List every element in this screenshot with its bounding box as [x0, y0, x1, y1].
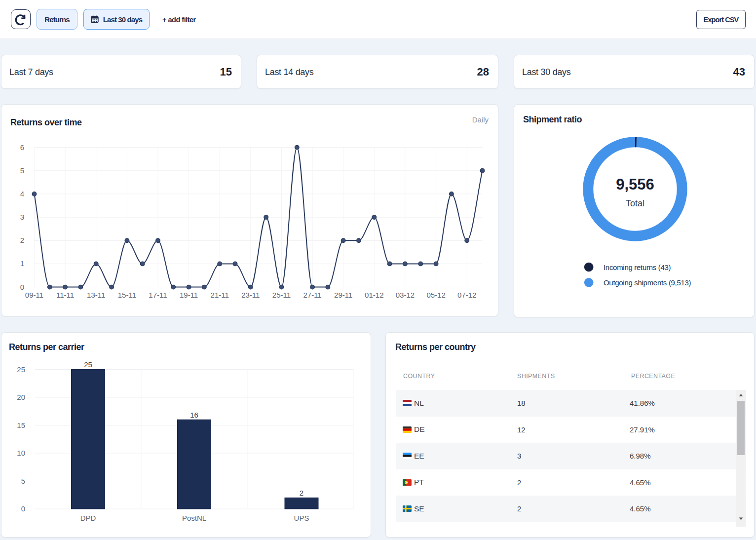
svg-text:25: 25 — [84, 360, 92, 369]
svg-text:03-12: 03-12 — [396, 291, 415, 299]
svg-text:2: 2 — [300, 489, 303, 497]
svg-text:25-11: 25-11 — [272, 291, 291, 299]
svg-text:6: 6 — [20, 143, 24, 152]
svg-text:27-11: 27-11 — [303, 291, 321, 299]
svg-text:11-11: 11-11 — [56, 291, 74, 299]
svg-text:07-12: 07-12 — [457, 291, 476, 299]
svg-text:5: 5 — [21, 477, 25, 485]
svg-text:PostNL: PostNL — [182, 514, 206, 522]
svg-text:17-11: 17-11 — [149, 291, 167, 299]
svg-text:21-11: 21-11 — [211, 291, 229, 299]
svg-text:DPD: DPD — [80, 514, 96, 522]
svg-text:23-11: 23-11 — [241, 291, 260, 299]
svg-text:10: 10 — [17, 449, 25, 457]
svg-text:5: 5 — [20, 166, 24, 175]
svg-text:2: 2 — [20, 236, 24, 244]
svg-text:1: 1 — [20, 259, 24, 268]
svg-text:15-11: 15-11 — [118, 291, 136, 299]
svg-text:20: 20 — [17, 393, 25, 401]
svg-text:3: 3 — [20, 213, 24, 221]
svg-text:0: 0 — [20, 283, 24, 291]
svg-text:13-11: 13-11 — [87, 291, 105, 299]
svg-text:UPS: UPS — [294, 514, 309, 522]
svg-text:09-11: 09-11 — [25, 291, 43, 299]
svg-text:15: 15 — [17, 421, 25, 429]
svg-text:16: 16 — [190, 411, 198, 419]
svg-text:01-12: 01-12 — [365, 291, 383, 299]
svg-text:4: 4 — [20, 190, 24, 198]
svg-text:29-11: 29-11 — [334, 291, 352, 299]
svg-text:19-11: 19-11 — [180, 291, 198, 299]
svg-text:05-12: 05-12 — [426, 291, 445, 299]
svg-text:0: 0 — [21, 504, 25, 513]
svg-text:25: 25 — [17, 365, 25, 374]
